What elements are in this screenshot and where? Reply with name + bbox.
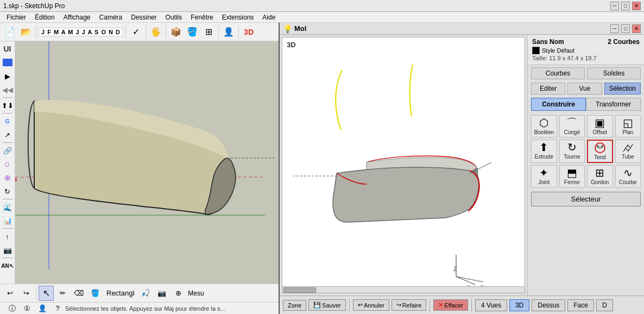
mol-window-controls[interactable]: ─ □ ✕ (610, 24, 641, 33)
tool-extrude[interactable]: ⬆ Extrude (531, 140, 557, 163)
mol-3d-button[interactable]: 3D (509, 299, 529, 311)
offset-label: Offset (593, 129, 608, 135)
menu-camera[interactable]: Caméra (95, 12, 127, 22)
push-tool[interactable]: ⊕ (171, 286, 186, 301)
open-button[interactable]: 📂 (18, 24, 34, 40)
menu-fichier[interactable]: Fichier (2, 12, 30, 22)
mol-face-button[interactable]: Face (567, 299, 594, 311)
menu-aide[interactable]: Aide (258, 12, 280, 22)
redo-button[interactable]: ↪ (18, 286, 34, 301)
user-button[interactable]: 👤 (35, 303, 50, 314)
play2-tool[interactable]: ◀◀ (1, 83, 14, 96)
mol-4vues-button[interactable]: 4 Vues (475, 299, 507, 311)
maximize-button[interactable]: □ (621, 2, 630, 10)
mol-close-button[interactable]: ✕ (632, 24, 641, 33)
help-button-2[interactable]: ? (50, 303, 65, 314)
ui-tool[interactable]: UI (1, 42, 14, 55)
tool-tend[interactable]: Tend (587, 140, 613, 163)
tab-vue[interactable]: Vue (567, 83, 602, 95)
corner-tool[interactable]: ↗ (1, 128, 14, 141)
component2-button[interactable]: ⊞ (201, 24, 216, 40)
sketchup-statusbar: ⓘ ① 👤 ? Sélectionnez les objets. Appuyez… (0, 302, 279, 314)
undo-button[interactable]: ↩ (2, 286, 17, 301)
close-button[interactable]: ✕ (632, 2, 641, 10)
3d-button[interactable]: 3D (241, 24, 256, 40)
mol-refaire-button[interactable]: ↪Refaire (392, 299, 426, 311)
up-tool[interactable]: ↑ (1, 230, 14, 243)
tool-gordon[interactable]: ⊞ Gordon (587, 165, 613, 187)
sketchup-window-controls[interactable]: ─ □ ✕ (610, 2, 641, 10)
ring-tool[interactable]: ○ (1, 158, 14, 171)
mol-viewport: 3D (282, 37, 525, 293)
mol-title: 💡 Mol (283, 24, 306, 33)
help-button-1[interactable]: ⓘ (4, 303, 20, 314)
hand-tool[interactable]: 🖐 (148, 24, 163, 40)
nav-tool[interactable]: AN↖ (1, 259, 14, 272)
mol-minimize-button[interactable]: ─ (610, 24, 619, 33)
menu-dessiner[interactable]: Dessiner (127, 12, 161, 22)
mol-fichier-button[interactable]: Zone (283, 300, 306, 311)
tool-plan[interactable]: ◱ Plan (615, 115, 641, 137)
mol-sep-1 (349, 299, 350, 312)
tool-ferme[interactable]: ⬒ Ferme (559, 165, 585, 187)
new-button[interactable]: 📄 (2, 24, 17, 40)
menu-outils[interactable]: Outils (161, 12, 187, 22)
google-tool[interactable]: G (1, 115, 14, 128)
graph-tool[interactable]: 📊 (1, 214, 14, 227)
dring-tool[interactable]: ⊕ (1, 171, 14, 184)
tab-construire[interactable]: Construire (531, 98, 586, 111)
tool-offset[interactable]: ▣ Offset (587, 115, 613, 137)
selecteur-button[interactable]: Sélecteur (531, 192, 641, 206)
menu-extensions[interactable]: Extensions (218, 12, 258, 22)
component-button[interactable]: 📦 (168, 24, 184, 40)
tool-tourne[interactable]: ↻ Tourne (559, 140, 585, 163)
mol-sep-2 (430, 299, 430, 312)
rotate-tool[interactable]: ↻ (1, 185, 14, 198)
texture-tool[interactable]: 🌊 (1, 200, 14, 213)
menu-edition[interactable]: Édition (30, 12, 59, 22)
play-tool[interactable]: ▶ (1, 70, 14, 83)
menu-affichage[interactable]: Affichage (59, 12, 95, 22)
tab-selection[interactable]: Sélection (604, 83, 641, 95)
mol-dessus-button[interactable]: Dessus (532, 299, 565, 311)
menu-fenetre[interactable]: Fenêtre (186, 12, 217, 22)
tool-courbe[interactable]: ∿ Courbe (615, 165, 641, 187)
mol-maximize-button[interactable]: □ (621, 24, 630, 33)
minimize-button[interactable]: ─ (610, 2, 619, 10)
material-button[interactable]: 🪣 (185, 24, 200, 40)
tab-editer[interactable]: Editer (531, 83, 565, 95)
arrows-tool[interactable]: ⬆⬇ (1, 99, 14, 112)
bt-sep-1 (36, 287, 36, 300)
mol-d-button[interactable]: D (596, 299, 613, 311)
svg-point-4 (15, 178, 17, 181)
tool-conge[interactable]: ⌒ Congé (559, 115, 585, 137)
pencil-tool[interactable]: ✏ (55, 286, 70, 301)
svg-line-13 (456, 277, 483, 282)
mol-annuler-button[interactable]: ↩Annuler (353, 299, 389, 311)
camera-tool[interactable]: 📷 (154, 286, 169, 301)
info-button[interactable]: ① (20, 303, 35, 314)
person-button[interactable]: 👤 (221, 24, 236, 40)
eraser-tool[interactable]: ⌫ (71, 286, 86, 301)
booleen-icon: ⬡ (539, 117, 548, 128)
tool-joint[interactable]: ✦ Joint (531, 165, 557, 187)
tab-transformer[interactable]: Transformer (586, 98, 641, 111)
tool-tube[interactable]: ⌭ Tube (615, 140, 641, 163)
paint-tool[interactable]: 🪣 (87, 286, 103, 301)
rect-tool[interactable]: Rectangl (104, 286, 137, 301)
link-tool[interactable]: 🔗 (1, 144, 14, 157)
tab-solides[interactable]: Solides (587, 67, 641, 79)
svg-line-12 (456, 277, 475, 285)
extrude-label: Extrude (535, 154, 553, 160)
checkmark-button[interactable]: ✓ (128, 24, 143, 40)
mol-effacer-button[interactable]: ✕Effacer (433, 299, 468, 311)
photo-tool[interactable]: 📷 (1, 243, 14, 256)
mol-horizontal-scrollbar[interactable] (282, 286, 525, 293)
scrollbar-thumb[interactable] (283, 287, 316, 293)
tool-booleen[interactable]: ⬡ Booléen (531, 115, 557, 137)
select-tool[interactable]: ↖ (39, 286, 54, 301)
fish-tool[interactable]: 🎣 (138, 286, 153, 301)
solid-blue[interactable] (1, 56, 14, 69)
mol-sauver-button[interactable]: 💾Sauver (308, 299, 346, 311)
tab-courbes[interactable]: Courbes (531, 67, 585, 79)
